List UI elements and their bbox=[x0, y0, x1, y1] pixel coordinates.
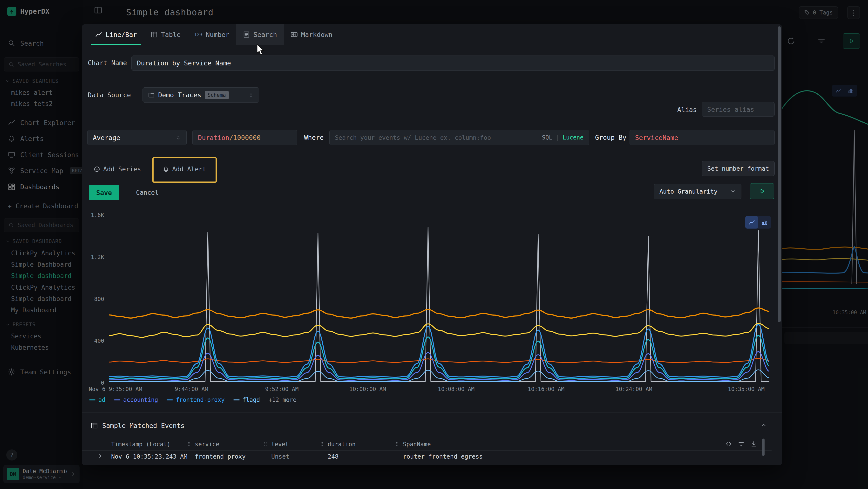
sql-toggle[interactable]: SQL bbox=[542, 134, 552, 141]
events-rows: Nov 6 10:35:23.243 AMfrontend-proxyUnset… bbox=[82, 451, 772, 465]
row-expand-icon[interactable] bbox=[97, 465, 103, 465]
play-icon bbox=[758, 188, 766, 195]
searchdoc-icon bbox=[243, 31, 250, 38]
tab-label: Number bbox=[206, 31, 229, 38]
aggregation-select[interactable]: Average bbox=[87, 130, 187, 145]
legend-label: accounting bbox=[123, 397, 158, 403]
bar-chart-toggle[interactable] bbox=[758, 216, 771, 229]
event-duration: 248 bbox=[328, 453, 339, 460]
field-secondary: /1000000 bbox=[229, 134, 261, 141]
y-axis-tick: 1.6K bbox=[82, 212, 104, 218]
tab-label: Line/Bar bbox=[105, 31, 137, 38]
alias-input[interactable]: Series alias bbox=[702, 102, 775, 117]
legend-item[interactable]: accounting bbox=[114, 397, 158, 403]
where-placeholder: Search your events w/ Lucene ex. column:… bbox=[335, 134, 491, 141]
filter-icon[interactable] bbox=[738, 440, 745, 447]
group-by-value: ServiceName bbox=[635, 134, 678, 141]
select-arrows-icon bbox=[176, 135, 181, 140]
tab-line-bar[interactable]: Line/Bar bbox=[88, 24, 144, 45]
column-header[interactable]: SpanName bbox=[403, 441, 431, 448]
select-arrows-icon bbox=[248, 92, 254, 98]
where-input[interactable]: Search your events w/ Lucene ex. column:… bbox=[329, 130, 589, 145]
y-axis-tick: 400 bbox=[82, 338, 104, 344]
data-source-value: Demo Traces bbox=[158, 91, 201, 99]
duration-chart-svg bbox=[109, 215, 769, 383]
legend-more[interactable]: +12 more bbox=[269, 397, 297, 403]
tab-markdown[interactable]: Markdown bbox=[284, 24, 339, 45]
save-button[interactable]: Save bbox=[89, 185, 119, 200]
row-expand-icon[interactable] bbox=[97, 453, 103, 459]
data-source-select[interactable]: Demo Traces Schema bbox=[143, 87, 259, 103]
collapse-events-icon[interactable] bbox=[760, 422, 767, 428]
add-series-label: Add Series bbox=[103, 166, 141, 173]
column-grip-icon[interactable] bbox=[394, 441, 400, 447]
tab-label: Search bbox=[253, 31, 277, 38]
run-query-button[interactable] bbox=[750, 183, 774, 199]
legend-item[interactable]: flagd bbox=[234, 397, 260, 403]
sample-events-header: Sample Matched Events bbox=[91, 419, 184, 432]
table-icon bbox=[151, 31, 158, 38]
tab-label: Markdown bbox=[301, 31, 333, 38]
column-header[interactable]: level bbox=[271, 441, 289, 448]
y-axis-tick: 1.2K bbox=[82, 254, 104, 260]
chart-editor-tabs: Line/BarTable123NumberSearchMarkdown bbox=[82, 24, 782, 45]
chart-legend: adaccountingfrontend-proxyflagd+12 more bbox=[89, 397, 297, 403]
x-axis-tick: 10:16:00 AM bbox=[528, 386, 564, 392]
legend-item[interactable]: ad bbox=[89, 397, 105, 403]
line-chart-toggle[interactable] bbox=[745, 216, 758, 229]
event-duration: 248 bbox=[328, 465, 339, 465]
column-grip-icon[interactable] bbox=[262, 441, 268, 447]
group-by-input[interactable]: ServiceName bbox=[629, 130, 775, 145]
lucene-toggle[interactable]: Lucene bbox=[562, 134, 584, 141]
legend-item[interactable]: frontend-proxy bbox=[166, 397, 224, 403]
column-header[interactable]: duration bbox=[328, 441, 355, 448]
events-title: Sample Matched Events bbox=[102, 422, 184, 429]
column-grip-icon[interactable] bbox=[186, 441, 192, 447]
column-header[interactable]: service bbox=[195, 441, 219, 448]
y-axis-tick: 800 bbox=[82, 296, 104, 302]
markdown-icon bbox=[290, 31, 298, 38]
where-label: Where bbox=[304, 134, 323, 141]
field-primary: Duration bbox=[198, 134, 229, 141]
field-input[interactable]: Duration/1000000 bbox=[192, 130, 297, 145]
chart-name-value: Duration by Service Name bbox=[137, 59, 231, 67]
column-header[interactable]: Timestamp (Local) bbox=[111, 441, 170, 448]
add-series-button[interactable]: Add Series bbox=[89, 163, 145, 176]
alert-highlight-annotation bbox=[152, 157, 217, 183]
set-number-format-button[interactable]: Set number format bbox=[702, 161, 775, 176]
tab-table[interactable]: Table bbox=[144, 24, 187, 45]
plus-circle-icon bbox=[94, 166, 100, 173]
granularity-select[interactable]: Auto Granularity bbox=[654, 184, 741, 199]
chart-editor-modal: Line/BarTable123NumberSearchMarkdown Cha… bbox=[82, 24, 782, 465]
group-by-label: Group By bbox=[595, 134, 626, 141]
x-axis: Nov 6 9:35:00 AM9:44:00 AM9:52:00 AM10:0… bbox=[82, 386, 782, 396]
y-axis-tick: 0 bbox=[82, 380, 104, 386]
event-row[interactable]: Nov 6 10:35:23.243 AMfrontend-proxyUnset… bbox=[82, 462, 772, 465]
code-icon[interactable] bbox=[725, 440, 732, 447]
tab-number[interactable]: 123Number bbox=[187, 24, 236, 45]
duration-chart[interactable] bbox=[109, 215, 769, 383]
cancel-button[interactable]: Cancel bbox=[132, 185, 163, 200]
legend-swatch bbox=[166, 399, 173, 400]
column-grip-icon[interactable] bbox=[319, 441, 325, 447]
x-axis-tick: 10:35:00 AM bbox=[728, 386, 765, 392]
chart-name-input[interactable]: Duration by Service Name bbox=[131, 56, 775, 71]
download-icon[interactable] bbox=[750, 440, 757, 447]
aggregation-value: Average bbox=[93, 134, 120, 141]
data-source-label: Data Source bbox=[88, 91, 131, 99]
chart-type-toggle bbox=[745, 216, 771, 229]
query-language-toggle: SQL | Lucene bbox=[542, 134, 584, 141]
chart-name-label: Chart Name bbox=[88, 59, 127, 67]
legend-swatch bbox=[114, 399, 120, 400]
event-service: frontend-proxy bbox=[195, 453, 246, 460]
app-root: Simple dashboard 0 Tags ⋮ 10:35:00 AM bbox=[0, 0, 868, 489]
legend-swatch bbox=[89, 399, 95, 400]
x-axis-tick: 10:24:00 AM bbox=[616, 386, 652, 392]
divider bbox=[82, 412, 782, 413]
tab-search[interactable]: Search bbox=[236, 24, 284, 45]
modal-scrollbar[interactable] bbox=[778, 26, 781, 322]
schema-badge: Schema bbox=[205, 91, 229, 99]
event-row[interactable]: Nov 6 10:35:23.243 AMfrontend-proxyUnset… bbox=[82, 451, 772, 462]
event-span: router frontend egress bbox=[403, 453, 483, 460]
event-level: Unset bbox=[271, 465, 289, 465]
